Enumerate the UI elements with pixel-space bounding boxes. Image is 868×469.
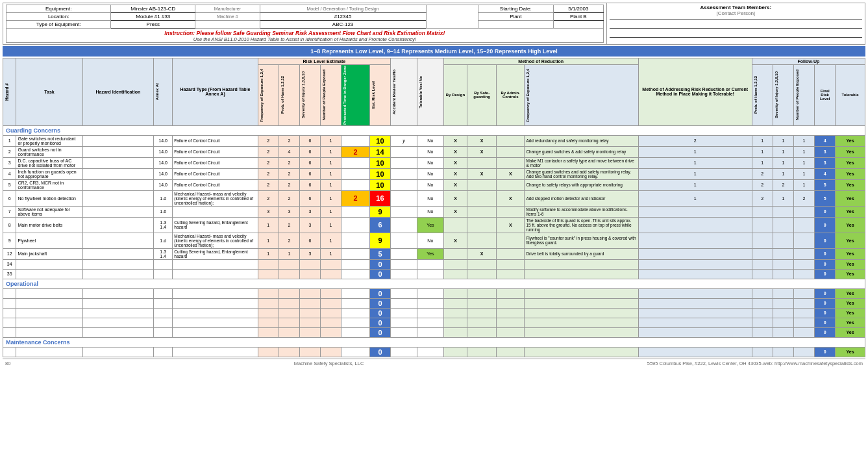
page-number: 80 (5, 361, 10, 366)
col-severity: Severity of Injury 1,3,6,10 (299, 65, 320, 126)
col-task: Task (16, 58, 82, 126)
table-row: 1Gate switches not redundant or properly… (3, 135, 865, 146)
table-row: 3500Yes (3, 269, 865, 279)
col-annex: Annex At (154, 58, 173, 126)
main-table: Hazard # Task Hazard Identification Anne… (3, 58, 865, 357)
starting-date-label: Starting Date: (478, 5, 553, 13)
plant-value: Plant B (554, 13, 604, 21)
assessment-label: Assessment Team Members: (610, 5, 862, 10)
col-group-risk: Risk Level Estimate (258, 58, 390, 65)
col-by-design: By Design (443, 65, 467, 126)
table-row: 8Main motor drive belts1.3 1.4Cutting Se… (3, 217, 865, 233)
instruction2: Use the ANSI B11.0-2010 Hazard Table to … (6, 36, 603, 42)
table-row: 3400Yes (3, 259, 865, 269)
manufacturer-label: Manufacturer (195, 5, 260, 13)
col-tolerable-yn: Tolerable Yes/ No (417, 58, 443, 126)
col-by-safeguarding: By Safe-guarding (467, 65, 497, 126)
col-hazard-num: Hazard # (3, 58, 16, 126)
table-row: 4Inch function on guards open not approp… (3, 168, 865, 179)
col-hazard-identification: Hazard Identification (82, 58, 153, 126)
table-row: 2Guard switches not in conformance14.0Fa… (3, 146, 865, 157)
col-by-admin: By Admin. Controls (497, 65, 525, 126)
section-header: Maintenance Concerns (3, 337, 865, 347)
table-row: 3D.C. capacitive buss of AC drive not is… (3, 157, 865, 168)
col-est-risk: Est. Risk Level (369, 65, 390, 126)
table-row: 00Yes (3, 318, 865, 327)
equipment-value: Minster AB-123-CD (111, 5, 195, 13)
col-group-method: Method of Reduction (443, 58, 638, 65)
table-row: 00Yes (3, 308, 865, 318)
col-num-people: Number of People Exposed (321, 65, 341, 126)
type-value: Press (111, 21, 195, 29)
manufacturer-value: Model / Generation / Tooling Design (260, 5, 426, 13)
col-accident: Accident Review Yes/No (391, 58, 417, 126)
table-row: 00Yes (3, 298, 865, 308)
col-freq-exposure: Frequency of Exposure 1,2,4 (258, 65, 279, 126)
col-group-followup: Follow-Up (752, 58, 865, 65)
id-value: #12345 (260, 13, 426, 21)
machine-label: Machine # (195, 13, 260, 21)
table-row: 7Software not adequate for above items1.… (3, 206, 865, 217)
col-protracted: Protracted Time in Danger Zone (341, 65, 370, 126)
col-fu-num-people: Number of People Exposed (793, 65, 814, 126)
company-name: Machine Safety Specialists, LLC (294, 361, 364, 366)
col-fu-tolerable: Tolerable (836, 65, 865, 126)
section-header: Operational (3, 279, 865, 288)
col-fu-prob: Prob. of Harm 1,2,12 (752, 65, 773, 126)
col-fu-severity: Severity of Injury 1,3,6,10 (773, 65, 793, 126)
location-value: Module #1 #33 (111, 13, 195, 21)
col-method-desc: Method of Addressing Risk Reduction or C… (638, 58, 752, 126)
table-row: 00Yes (3, 347, 865, 357)
location-label: Location: (6, 13, 111, 21)
equipment-label: Equipment: (6, 5, 111, 13)
company-address: 5595 Columbus Pike, #222, Lewis Center, … (647, 361, 863, 366)
starting-date-value: 5/1/2003 (554, 5, 604, 13)
type-label: Type of Equipment: (6, 21, 111, 29)
instruction1: Instruction: Please follow Safe Guarding… (6, 30, 603, 36)
plant-label: Plant (478, 13, 553, 21)
contact-label: [Contact Person] (610, 10, 862, 19)
table-row: 5CR2, CR3, MCR not in conformance14.0Fai… (3, 179, 865, 190)
table-row: 6No flywheel motion detection1.dMechanic… (3, 190, 865, 206)
col-fu-freq: Frequency of Exposure 1,2,4 (525, 65, 638, 126)
col-fu-final-risk: Final Risk Level (815, 65, 836, 126)
level-bar: 1–8 Represents Low Level, 9–14 Represent… (3, 46, 865, 57)
col-prob-harm: Prob. of Harm 1,2,12 (279, 65, 299, 126)
table-row: 00Yes (3, 327, 865, 337)
table-row: 00Yes (3, 288, 865, 298)
col-hazard-type: Hazard Type (From Hazard Table Annex A) (173, 58, 258, 126)
table-row: 9Flywheel1.dMechanical Hazard- mass and … (3, 233, 865, 248)
table-row: 12Main jackshaft1.3 1.4Cutting Severing … (3, 248, 865, 259)
section-header: Guarding Concerns (3, 125, 865, 135)
model-value: ABC-123 (260, 21, 426, 29)
